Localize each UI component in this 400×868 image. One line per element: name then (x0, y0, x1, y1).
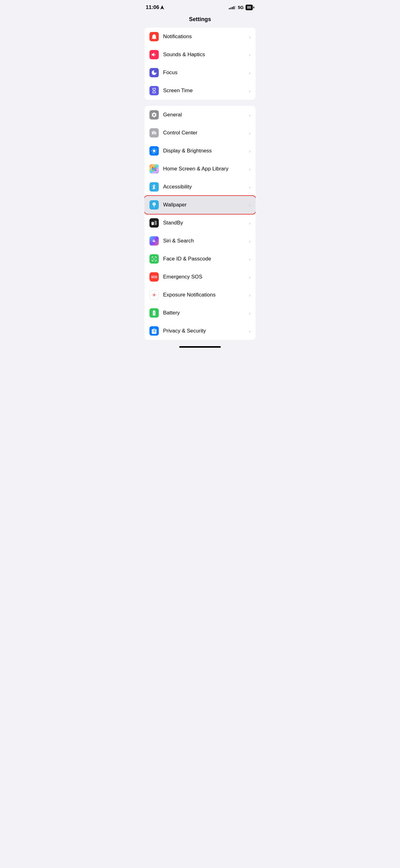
section-group-1: Notifications › Sounds & Haptics › Focus… (144, 28, 256, 100)
faceid-label: Face ID & Passcode (163, 256, 249, 262)
focus-chevron: › (249, 70, 251, 75)
settings-row-display[interactable]: Display & Brightness › (144, 142, 256, 160)
sos-text: SOS (151, 275, 157, 279)
siri-chevron: › (249, 239, 251, 244)
signal-bar-5 (235, 6, 236, 9)
wallpaper-icon (149, 200, 159, 210)
controlcenter-chevron: › (249, 130, 251, 136)
faceid-chevron: › (249, 256, 251, 262)
screentime-icon (149, 86, 159, 95)
focus-label: Focus (163, 69, 249, 76)
standby-svg (151, 220, 157, 226)
svg-point-5 (155, 167, 156, 168)
settings-row-standby[interactable]: StandBy › (144, 214, 256, 232)
sounds-chevron: › (249, 52, 251, 57)
svg-point-8 (155, 168, 156, 169)
gear-svg (151, 112, 157, 118)
settings-row-faceid[interactable]: Face ID & Passcode › (144, 250, 256, 268)
sliders-svg (151, 130, 157, 136)
emergencysos-icon: SOS (149, 272, 159, 282)
sounds-icon (149, 50, 159, 59)
homescreen-icon (149, 164, 159, 174)
general-icon (149, 110, 159, 120)
settings-row-emergencysos[interactable]: SOS Emergency SOS › (144, 268, 256, 286)
signal-bar-3 (232, 7, 233, 9)
screentime-chevron: › (249, 88, 251, 93)
svg-rect-1 (154, 131, 155, 134)
hourglass-svg (151, 88, 157, 94)
sun-svg (151, 148, 157, 154)
screentime-label: Screen Time (163, 88, 249, 94)
settings-row-siri[interactable]: Siri & Search › (144, 232, 256, 250)
battery-status: 86 (245, 5, 254, 10)
notifications-label: Notifications (163, 34, 249, 40)
settings-row-focus[interactable]: Focus › (144, 64, 256, 82)
signal-bar-1 (229, 8, 230, 9)
speaker-svg (151, 52, 157, 58)
bell-svg (151, 34, 157, 40)
accessibility-svg (151, 184, 157, 190)
hand-svg (151, 328, 157, 334)
svg-point-10 (154, 170, 155, 171)
battery-icon (149, 308, 159, 318)
settings-row-privacy[interactable]: Privacy & Security › (144, 322, 256, 340)
exposure-chevron: › (249, 292, 251, 298)
accessibility-icon (149, 182, 159, 191)
svg-rect-2 (155, 132, 156, 134)
svg-point-16 (153, 241, 156, 242)
svg-point-17 (154, 294, 155, 296)
svg-point-9 (152, 170, 153, 171)
display-chevron: › (249, 148, 251, 154)
settings-row-sounds[interactable]: Sounds & Haptics › (144, 45, 256, 64)
settings-row-exposure[interactable]: Exposure Notifications › (144, 286, 256, 304)
signal-bar-4 (233, 6, 234, 9)
battery-label: Battery (163, 310, 249, 316)
flower-svg (151, 202, 157, 208)
signal-bars (229, 6, 236, 9)
time-display: 11:06 (146, 4, 159, 10)
svg-point-11 (155, 170, 156, 171)
svg-point-12 (154, 184, 155, 185)
settings-row-notifications[interactable]: Notifications › (144, 28, 256, 45)
emergencysos-chevron: › (249, 274, 251, 280)
standby-icon (149, 218, 159, 227)
controlcenter-label: Control Center (163, 130, 249, 136)
accessibility-label: Accessibility (163, 184, 249, 190)
settings-row-wallpaper[interactable]: Wallpaper › (144, 196, 256, 214)
signal-bar-2 (230, 7, 231, 9)
svg-point-6 (152, 168, 153, 169)
network-label: 5G (238, 5, 244, 10)
grid-svg (151, 166, 157, 172)
display-label: Display & Brightness (163, 148, 249, 154)
location-icon (160, 5, 164, 10)
siri-label: Siri & Search (163, 238, 249, 244)
notifications-chevron: › (249, 34, 251, 39)
settings-row-homescreen[interactable]: Home Screen & App Library › (144, 160, 256, 178)
standby-label: StandBy (163, 220, 249, 226)
svg-point-4 (154, 167, 155, 168)
notifications-icon (149, 32, 159, 41)
settings-row-battery[interactable]: Battery › (144, 304, 256, 322)
exposure-icon (149, 290, 159, 300)
privacy-chevron: › (249, 329, 251, 334)
battery-svg (151, 310, 157, 316)
battery-chevron: › (249, 310, 251, 316)
battery-level: 86 (245, 5, 253, 10)
settings-row-controlcenter[interactable]: Control Center › (144, 124, 256, 142)
wallpaper-label: Wallpaper (163, 202, 249, 208)
settings-row-screentime[interactable]: Screen Time › (144, 82, 256, 100)
settings-row-accessibility[interactable]: Accessibility › (144, 178, 256, 196)
home-indicator (179, 346, 221, 348)
moon-svg (151, 69, 157, 76)
display-icon (149, 146, 159, 156)
homescreen-label: Home Screen & App Library (163, 166, 249, 172)
faceid-icon (149, 254, 159, 264)
siri-svg (151, 238, 157, 244)
wallpaper-chevron: › (249, 203, 251, 208)
privacy-icon (149, 326, 159, 336)
emergencysos-label: Emergency SOS (163, 274, 249, 280)
settings-row-general[interactable]: General › (144, 106, 256, 124)
general-label: General (163, 112, 249, 118)
battery-tip (253, 6, 254, 8)
svg-point-7 (154, 168, 155, 169)
